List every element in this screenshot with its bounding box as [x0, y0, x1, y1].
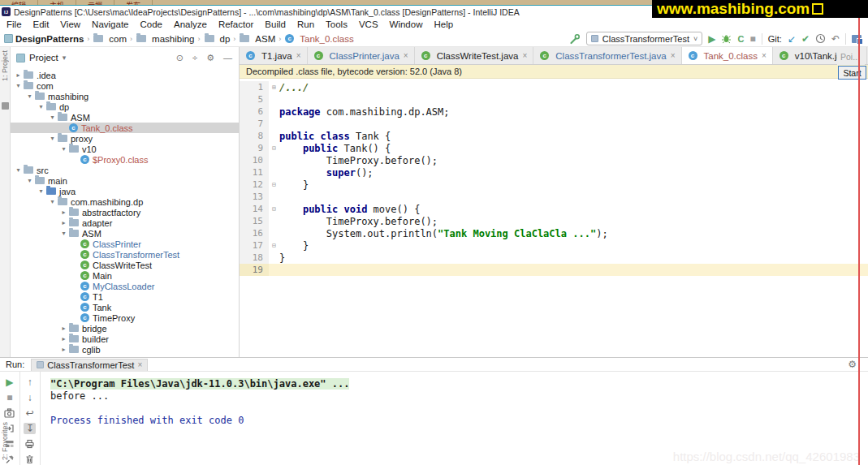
run-button[interactable]: ▶: [708, 34, 715, 44]
fold-marker-icon[interactable]: ⊟: [269, 205, 279, 213]
scrollend-icon[interactable]: ↧: [24, 423, 36, 434]
tree-item-t1[interactable]: cT1: [11, 291, 239, 302]
hide-panel-icon[interactable]: —: [223, 53, 232, 63]
softwrap-icon[interactable]: ↩: [24, 407, 36, 419]
tree-item-classtransformertest[interactable]: cClassTransformerTest: [11, 249, 239, 260]
menu-tools[interactable]: Tools: [320, 18, 353, 31]
tree-item-com[interactable]: ▾com: [11, 80, 239, 91]
locate-file-icon[interactable]: ⊙: [176, 53, 184, 63]
project-structure-icon[interactable]: [852, 35, 862, 43]
chevron-down-icon[interactable]: ▾: [14, 82, 23, 89]
rollback-icon[interactable]: ↶: [831, 34, 840, 44]
coverage-icon[interactable]: C: [737, 34, 744, 44]
menu-run[interactable]: Run: [291, 18, 320, 31]
tree-item-cglib[interactable]: ▸cglib: [11, 344, 239, 355]
chevron-right-icon[interactable]: ▸: [59, 346, 68, 353]
chevron-down-icon[interactable]: ▾: [59, 230, 68, 237]
tree-item-v10[interactable]: ▾v10: [11, 144, 239, 154]
stop-button[interactable]: ■: [749, 34, 755, 44]
rerun-icon[interactable]: ▶: [3, 377, 15, 388]
menu-help[interactable]: Help: [428, 18, 459, 31]
tree-item-tank-0-class[interactable]: cTank_0.class: [11, 123, 239, 133]
git-update-icon[interactable]: ↙: [788, 34, 796, 44]
chevron-right-icon[interactable]: ▸: [59, 219, 68, 226]
menu-build[interactable]: Build: [259, 18, 291, 31]
tree-item-adapter[interactable]: ▸adapter: [11, 217, 239, 228]
start-button[interactable]: Start: [838, 66, 866, 80]
chevron-right-icon[interactable]: ▸: [59, 209, 68, 216]
chevron-down-icon[interactable]: ▾: [25, 93, 34, 100]
tree-item-main[interactable]: cMain: [11, 270, 239, 281]
recorder-tab-[interactable]: 云端: [76, 0, 114, 6]
menu-navigate[interactable]: Navigate: [86, 18, 134, 31]
chevron-right-icon[interactable]: ▸: [59, 335, 68, 342]
collapse-all-icon[interactable]: ÷: [192, 53, 197, 63]
tree-item-abstractfactory[interactable]: ▸abstractfactory: [11, 207, 239, 217]
tree-item-bridge[interactable]: ▸bridge: [11, 323, 239, 334]
tab-classprinter-java[interactable]: cClassPrinter.java×: [308, 47, 415, 64]
menu-analyze[interactable]: Analyze: [168, 18, 213, 31]
breadcrumb-item-dp[interactable]: dp: [204, 34, 231, 44]
tab-t1-java[interactable]: cT1.java×: [240, 47, 308, 64]
recorder-tab-[interactable]: 发布: [114, 0, 153, 6]
tree-item-classwritetest[interactable]: cClassWriteTest: [11, 260, 239, 270]
chevron-down-icon[interactable]: ▾: [59, 145, 68, 153]
chevron-right-icon[interactable]: ▸: [14, 71, 23, 79]
chevron-down-icon[interactable]: ▾: [37, 187, 45, 195]
camera-icon[interactable]: [3, 407, 15, 419]
close-icon[interactable]: ×: [404, 51, 408, 60]
close-icon[interactable]: ×: [671, 51, 676, 60]
chevron-down-icon[interactable]: ▾: [14, 166, 23, 174]
tree-item-src[interactable]: ▾src: [11, 165, 239, 175]
tree-item-dp[interactable]: ▾dp: [11, 101, 239, 112]
tree-item-proxy[interactable]: ▾proxy: [11, 133, 239, 144]
menu-file[interactable]: File: [1, 18, 28, 31]
tab-classtransformertest-java[interactable]: cClassTransformerTest.java×: [533, 47, 681, 64]
close-icon[interactable]: ×: [137, 360, 142, 369]
fold-marker-icon[interactable]: ⊟: [269, 242, 279, 249]
close-icon[interactable]: ×: [522, 51, 527, 60]
close-icon[interactable]: ×: [762, 51, 767, 60]
chevron-down-icon[interactable]: ▾: [25, 177, 34, 184]
breadcrumb-item-tank-0-class[interactable]: cTank_0.class: [284, 34, 353, 44]
fold-marker-icon[interactable]: ⊟: [269, 181, 279, 188]
tab-tank-0-class[interactable]: cTank_0.class×: [682, 47, 773, 64]
stop-icon[interactable]: ■: [3, 392, 15, 403]
tree-item-idea[interactable]: ▸.idea: [11, 70, 239, 80]
tree-item-mashibing[interactable]: ▾mashibing: [11, 91, 239, 101]
favorites-toolwindow-button[interactable]: 2: Favorites: [1, 422, 9, 460]
gear-icon[interactable]: ⚙: [848, 359, 857, 370]
breadcrumb-item-designpatterns[interactable]: DesignPatterns: [4, 34, 84, 44]
menu-edit[interactable]: Edit: [28, 18, 55, 31]
tree-item-myclassloader[interactable]: cMyClassLoader: [11, 281, 239, 291]
git-commit-icon[interactable]: ✔: [801, 34, 810, 44]
tree-item-proxy0-class[interactable]: c$Proxy0.class: [11, 154, 239, 165]
tree-item-java[interactable]: ▾java: [11, 186, 239, 196]
chevron-down-icon[interactable]: ▾: [63, 54, 67, 62]
run-tab[interactable]: ClassTransformerTest ×: [31, 359, 148, 371]
code-editor[interactable]: 1⊞/.../56package com.mashibing.dp.ASM;78…: [240, 79, 868, 357]
tree-item-classprinter[interactable]: cClassPrinter: [11, 239, 239, 249]
debug-bug-icon[interactable]: [721, 33, 732, 44]
chevron-down-icon[interactable]: ▾: [48, 135, 57, 142]
chevron-right-icon[interactable]: ▸: [59, 325, 68, 332]
tree-item-asm[interactable]: ▾ASM: [11, 112, 239, 123]
tree-item-com-mashibing-dp[interactable]: ▾com.mashibing.dp: [11, 196, 239, 207]
menu-view[interactable]: View: [54, 18, 86, 31]
trash-icon[interactable]: [24, 454, 36, 465]
recorder-tab-[interactable]: 编辑: [0, 0, 38, 6]
tree-item-main[interactable]: ▾main: [11, 175, 239, 186]
tree-item-timeproxy[interactable]: cTimeProxy: [11, 312, 239, 323]
chevron-down-icon[interactable]: ▾: [37, 103, 45, 110]
breadcrumb-item-asm[interactable]: ASM: [239, 34, 275, 44]
down-icon[interactable]: ↓: [24, 392, 36, 403]
fold-marker-icon[interactable]: ⊟: [269, 144, 279, 152]
breadcrumb-item-mashibing[interactable]: mashibing: [136, 34, 194, 44]
chevron-down-icon[interactable]: ▾: [48, 114, 57, 121]
menu-window[interactable]: Window: [384, 18, 429, 31]
menu-vcs[interactable]: VCS: [353, 18, 384, 31]
tree-item-builder[interactable]: ▸builder: [11, 334, 239, 344]
close-icon[interactable]: ×: [296, 51, 301, 60]
recorder-tab-[interactable]: 主机: [38, 0, 76, 6]
build-wrench-icon[interactable]: [569, 33, 581, 45]
